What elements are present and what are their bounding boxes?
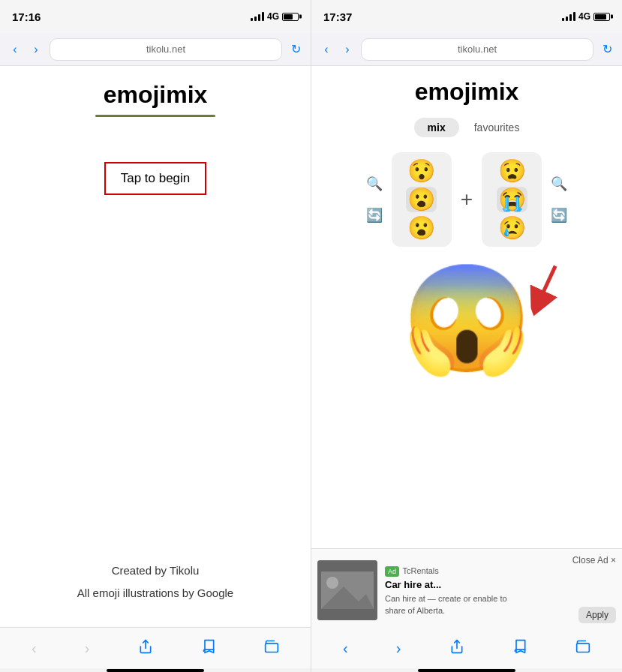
emoji-left-bot[interactable]: 😮 (406, 215, 437, 241)
home-indicator-left (0, 668, 311, 672)
time-right: 17:37 (323, 10, 352, 23)
tabs-nav-left[interactable] (258, 633, 285, 664)
tap-to-begin-button[interactable]: Tap to begin (104, 162, 207, 195)
back-btn-right[interactable]: ‹ (319, 42, 334, 57)
address-bar-left[interactable]: tikolu.net (50, 38, 282, 61)
signal-icon-left (251, 12, 264, 21)
emoji-right-top[interactable]: 😧 (497, 158, 527, 184)
share-nav-left[interactable] (132, 633, 159, 664)
right-phone-panel: 17:37 4G ‹ › tikolu.net ↻ emojimix mix (311, 0, 622, 672)
nav-bar-left: ‹ › (0, 627, 311, 668)
emoji-left-mid[interactable]: 😮 (406, 187, 437, 212)
back-btn-left[interactable]: ‹ (8, 42, 23, 57)
network-right: 4G (578, 11, 590, 22)
emoji-left-top[interactable]: 😯 (406, 158, 437, 184)
status-bar-right: 17:37 4G (311, 0, 622, 33)
status-icons-right: 4G (562, 11, 610, 22)
refresh-btn-left[interactable]: ↻ (288, 42, 303, 57)
ad-provider: TcRentals (402, 566, 438, 575)
svg-point-6 (326, 577, 338, 589)
close-ad-btn[interactable]: Close Ad × (572, 555, 616, 566)
svg-rect-1 (266, 643, 278, 652)
forward-btn-right[interactable]: › (340, 42, 355, 57)
browser-bar-left: ‹ › tikolu.net ↻ (0, 33, 311, 66)
ad-cta-btn[interactable]: Apply (578, 607, 616, 623)
tabs-nav-right[interactable] (569, 633, 596, 664)
svg-line-3 (527, 266, 565, 304)
back-nav-left[interactable]: ‹ (26, 634, 43, 663)
footer-line1: Created by Tikolu (77, 560, 233, 582)
ad-image (317, 560, 377, 620)
battery-icon-left (282, 13, 299, 21)
time-left: 17:16 (12, 10, 41, 23)
browser-bar-right: ‹ › tikolu.net ↻ (311, 33, 622, 66)
app-title-right: emojimix (415, 78, 519, 106)
result-container: 😱 (401, 259, 533, 371)
bookmarks-nav-left[interactable] (195, 633, 222, 664)
right-side-icons: 🔍 🔄 (551, 176, 567, 224)
zoom-icon-right[interactable]: 🔍 (551, 176, 567, 192)
forward-btn-left[interactable]: › (29, 42, 44, 57)
network-left: 4G (267, 11, 279, 22)
back-nav-right[interactable]: ‹ (337, 634, 354, 663)
emoji-picker: 🔍 🔄 😯 😮 😮 + 😧 😭 😢 🔍 🔄 (366, 152, 567, 247)
bookmarks-nav-right[interactable] (506, 633, 533, 664)
address-bar-right[interactable]: tikolu.net (361, 38, 593, 61)
refresh-btn-right[interactable]: ↻ (599, 42, 614, 57)
left-phone-panel: 17:16 4G ‹ › tikolu.net ↻ emojimix Tap t… (0, 0, 311, 672)
tab-mix[interactable]: mix (414, 118, 459, 137)
emoji-column-left: 😯 😮 😮 (392, 152, 452, 247)
emoji-column-right: 😧 😭 😢 (482, 152, 542, 247)
tabs-row: mix favourites (414, 118, 520, 137)
app-title-left: emojimix (104, 81, 208, 109)
status-bar-left: 17:16 4G (0, 0, 311, 33)
app-content-left: emojimix Tap to begin Created by Tikolu … (0, 66, 311, 627)
left-side-icons: 🔍 🔄 (366, 176, 383, 224)
emoji-right-mid[interactable]: 😭 (497, 187, 527, 212)
app-content-right: emojimix mix favourites 🔍 🔄 😯 😮 😮 + (311, 66, 622, 627)
nav-bar-right: ‹ › (311, 627, 622, 668)
share-nav-right[interactable] (443, 633, 470, 664)
footer-left: Created by Tikolu All emoji illustration… (77, 560, 233, 612)
emoji-right-bot[interactable]: 😢 (497, 215, 527, 241)
forward-nav-right[interactable]: › (390, 634, 407, 663)
zoom-icon-left[interactable]: 🔍 (366, 176, 383, 192)
battery-icon-right (593, 13, 610, 21)
refresh-icon-right[interactable]: 🔄 (551, 207, 567, 224)
title-underline-left (95, 115, 215, 117)
forward-nav-left[interactable]: › (79, 634, 96, 663)
svg-rect-9 (577, 643, 590, 652)
ad-overlay: Close Ad × Ad TcRentals Car hire at... C… (311, 548, 622, 631)
status-icons-left: 4G (251, 11, 299, 22)
refresh-icon-left[interactable]: 🔄 (366, 207, 383, 224)
result-emoji: 😱 (401, 266, 533, 371)
home-indicator-right (311, 668, 622, 672)
footer-line2: All emoji illustrations by Google (77, 582, 233, 604)
tab-favourites[interactable]: favourites (474, 122, 520, 134)
plus-sign: + (461, 188, 473, 212)
ad-title: Car hire at... (385, 579, 616, 590)
ad-badge: Ad (385, 566, 399, 577)
signal-icon-right (562, 12, 575, 21)
